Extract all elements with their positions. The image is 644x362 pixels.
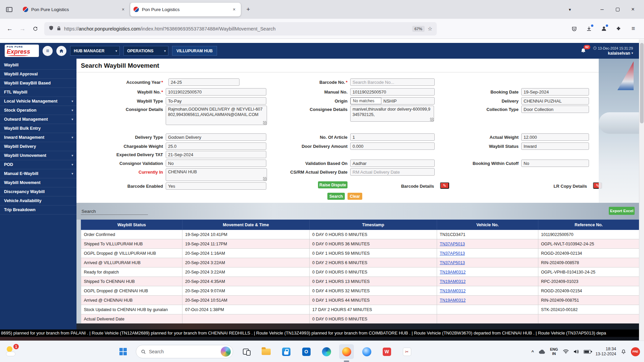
sidebar-item-stock-operation[interactable]: Stock Operation▾ <box>0 106 76 115</box>
manual-no-input[interactable] <box>350 88 435 96</box>
vehicle-link[interactable]: TN19AM0312 <box>440 289 466 293</box>
url-text[interactable]: https://anchor.ponpurelogistics.com/inde… <box>64 26 409 32</box>
expected-delivery-tat-input[interactable] <box>166 151 266 158</box>
downloads-icon[interactable] <box>582 22 596 35</box>
browser-globe-icon[interactable] <box>359 344 374 359</box>
start-button[interactable] <box>116 344 130 359</box>
sidebar-item-waybill[interactable]: Waybill <box>0 61 76 70</box>
role-dropdown[interactable]: HUB MANAGER ▾ <box>70 46 120 56</box>
sidebar-item-waybill-movement[interactable]: Waybill Movement <box>0 178 76 187</box>
sidebar-item-waybill-unmovement[interactable]: Waybill Unmovement▾ <box>0 151 76 160</box>
delivery-type-input[interactable] <box>166 133 266 141</box>
account-icon[interactable] <box>596 22 611 35</box>
door-delivery-amount-input[interactable] <box>350 142 435 150</box>
pre-badge[interactable]: PRE <box>631 347 640 356</box>
sidebar-item-manual-e-waybill[interactable]: Manual E-Waybill▾ <box>0 169 76 178</box>
onedrive-cloud-icon[interactable] <box>539 350 545 354</box>
sidebar-item-ftl-waybill[interactable]: FTL Waybill <box>0 88 76 97</box>
collection-type-input[interactable] <box>521 106 589 113</box>
lock-icon[interactable] <box>57 26 61 32</box>
sidebar-item-waybill-delivery[interactable]: Waybill Delivery <box>0 142 76 151</box>
home-icon[interactable] <box>56 46 66 56</box>
sidebar-item-inward-management[interactable]: Inward Management▾ <box>0 133 76 142</box>
results-filter-input[interactable] <box>81 208 148 215</box>
tray-clock[interactable]: 18:34 13-12-2024 <box>596 347 616 357</box>
bookmark-star-icon[interactable]: ☆ <box>428 25 432 32</box>
col-waybill-status[interactable]: Waybill Status <box>81 220 182 230</box>
sidebar-item-local-vehicle-management[interactable]: Local Vehicle Management▾ <box>0 97 76 106</box>
list-tabs-chevron-icon[interactable]: ▾ <box>562 3 578 16</box>
col-movement-datetime[interactable]: Movement Date & Time <box>182 220 310 230</box>
waybill-no-input[interactable] <box>166 88 266 96</box>
reload-button[interactable] <box>29 22 42 35</box>
widgets-weather-icon[interactable]: 1 <box>5 345 19 359</box>
sidebar-item-waybill-bulk-entry[interactable]: Waybill Bulk Entry <box>0 124 76 133</box>
new-tab-button[interactable]: + <box>243 4 254 15</box>
vertical-scrollbar[interactable] <box>639 40 644 341</box>
volume-icon[interactable] <box>574 349 579 354</box>
menu-toggle-icon[interactable]: ≡ <box>43 46 53 56</box>
validation-based-on-input[interactable] <box>350 160 435 167</box>
sidebar-item-waybill-approval[interactable]: Waybill Approval <box>0 70 76 79</box>
vehicle-link[interactable]: TN37AP5013 <box>440 242 465 246</box>
actual-weight-input[interactable] <box>521 133 589 141</box>
store-icon[interactable] <box>279 344 293 359</box>
user-menu[interactable]: kalaiselvan ▾ <box>608 51 633 56</box>
notification-bell-icon[interactable] <box>621 349 626 354</box>
search-button[interactable]: Search <box>327 193 345 200</box>
sidebar-item-discrepancy-waybill[interactable]: Discrepancy Waybill <box>0 187 76 196</box>
vehicle-link[interactable]: TN19AM0312 <box>440 270 466 275</box>
minimize-button[interactable]: – <box>594 3 610 16</box>
tab-close-icon[interactable]: × <box>231 7 237 12</box>
sidebar-item-trip-breakdown[interactable]: Trip Breakdown <box>0 205 76 215</box>
booking-within-cutoff-input[interactable] <box>521 160 589 167</box>
forward-button[interactable]: → <box>16 22 29 35</box>
sidebar-item-waybill-ewaybill-based[interactable]: Waybill EwayBill Based <box>0 79 76 88</box>
battery-icon[interactable] <box>584 350 591 354</box>
module-dropdown[interactable]: OPERATIONS ▾ <box>123 46 168 56</box>
firefox-icon[interactable] <box>339 344 354 359</box>
language-indicator[interactable]: ENGIN <box>550 347 558 356</box>
accounting-year-input[interactable] <box>168 78 239 86</box>
clear-button[interactable]: Clear <box>347 193 362 200</box>
barcode-enabled-input[interactable] <box>166 182 266 190</box>
sidebar-item-vehicle-availability[interactable]: Vehicle Availability <box>0 196 76 205</box>
tab-close-icon[interactable]: × <box>120 7 126 12</box>
browser-tab-2-active[interactable]: Pon Pure Logistics × <box>130 3 241 16</box>
chargeable-weight-input[interactable] <box>166 142 266 150</box>
consignee-details-textarea[interactable]: manivel,thiruvallur door delivery-600099… <box>350 106 434 122</box>
delivery-input[interactable] <box>521 97 589 105</box>
consignor-details-textarea[interactable]: Rajmohan,GODOWN DELIVERY @ NEYVELI-60780… <box>166 106 267 125</box>
tray-expand-chevron[interactable]: ^ <box>531 349 534 354</box>
col-reference-no[interactable]: Reference No. <box>538 220 639 230</box>
task-view-button[interactable] <box>238 344 253 359</box>
url-bar[interactable]: https://anchor.ponpurelogistics.com/inde… <box>44 22 437 36</box>
waybill-status-input[interactable] <box>521 142 589 150</box>
browser-tab-1[interactable]: Pon Pure Logistics × <box>19 3 130 16</box>
zoom-indicator[interactable]: 67% <box>412 26 425 32</box>
consignor-validation-input[interactable] <box>166 160 266 167</box>
vehicle-link[interactable]: TN37AP5013 <box>440 251 465 256</box>
taskbar-search[interactable]: Search <box>136 345 233 358</box>
no-of-article-input[interactable] <box>350 133 435 141</box>
vehicle-link[interactable]: TN19AM0312 <box>440 279 466 284</box>
col-vehicle-no[interactable]: Vehicle No. <box>437 220 538 230</box>
wps-office-icon[interactable]: W <box>379 344 394 359</box>
file-explorer-icon[interactable] <box>259 344 273 359</box>
scrollbar-thumb[interactable] <box>640 43 644 123</box>
booking-date-input[interactable] <box>521 88 589 96</box>
back-button[interactable]: ← <box>3 22 16 35</box>
col-timestamp[interactable]: Timestamp <box>310 220 437 230</box>
edge-icon[interactable] <box>319 344 334 359</box>
snipping-tool-icon[interactable]: ✂ <box>399 344 414 359</box>
outlook-icon[interactable]: O <box>299 344 314 359</box>
ponpure-logo[interactable]: PON PURE Express <box>5 45 39 57</box>
vehicle-link[interactable]: TN37AP5013 <box>440 260 465 265</box>
tracking-shield-icon[interactable] <box>49 25 54 32</box>
cs-rm-actual-delivery-date-input[interactable] <box>350 168 435 176</box>
vehicle-link[interactable]: TN19AM0312 <box>440 298 466 303</box>
barcode-no-input[interactable] <box>350 78 435 86</box>
pocket-icon[interactable] <box>567 22 582 35</box>
extensions-icon[interactable] <box>611 22 626 35</box>
maximize-button[interactable] <box>610 3 625 16</box>
